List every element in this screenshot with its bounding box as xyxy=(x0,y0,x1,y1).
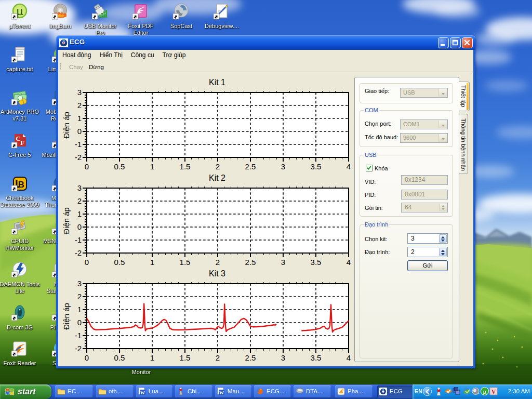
svg-text:1: 1 xyxy=(77,305,82,314)
svg-text:-2: -2 xyxy=(75,248,82,257)
svg-text:-1: -1 xyxy=(75,331,82,340)
svg-text:0.5: 0.5 xyxy=(114,353,125,362)
svg-text:2: 2 xyxy=(216,353,220,362)
svg-text:0: 0 xyxy=(77,127,82,136)
svg-text:1.5: 1.5 xyxy=(180,353,191,362)
svg-text:µ: µ xyxy=(16,5,23,18)
svg-text:2: 2 xyxy=(77,292,82,301)
svg-text:0: 0 xyxy=(77,318,82,327)
svg-text:-1: -1 xyxy=(75,235,82,244)
svg-text:µ: µ xyxy=(483,389,487,395)
svg-text:2: 2 xyxy=(77,196,82,205)
svg-text:3: 3 xyxy=(77,279,82,288)
svg-text:1: 1 xyxy=(77,209,82,218)
svg-text:3: 3 xyxy=(281,353,285,362)
svg-text:0: 0 xyxy=(85,353,89,362)
svg-text:Kit 3: Kit 3 xyxy=(209,269,225,278)
svg-text:3: 3 xyxy=(77,88,82,97)
svg-text:W: W xyxy=(219,390,224,395)
svg-text:2: 2 xyxy=(77,101,82,110)
svg-text:B: B xyxy=(18,180,24,190)
svg-text:Điện áp: Điện áp xyxy=(62,207,71,234)
svg-text:Điện áp: Điện áp xyxy=(62,112,71,139)
svg-text:3.5: 3.5 xyxy=(311,353,322,362)
svg-text:-2: -2 xyxy=(75,344,82,353)
svg-text:Kit 1: Kit 1 xyxy=(209,78,225,87)
svg-text:1: 1 xyxy=(77,114,82,123)
svg-text:-1: -1 xyxy=(75,140,82,149)
svg-text:Kit 2: Kit 2 xyxy=(209,174,225,182)
svg-text:F: F xyxy=(20,139,24,147)
svg-text:-2: -2 xyxy=(75,153,82,162)
svg-text:3: 3 xyxy=(77,183,82,192)
svg-text:V: V xyxy=(491,388,496,395)
svg-text:2.5: 2.5 xyxy=(245,353,256,362)
svg-text:W: W xyxy=(140,390,145,395)
svg-text:0: 0 xyxy=(77,222,82,231)
svg-text:Điện áp: Điện áp xyxy=(62,303,71,330)
svg-text:1: 1 xyxy=(150,353,154,362)
svg-text:4: 4 xyxy=(347,353,351,362)
